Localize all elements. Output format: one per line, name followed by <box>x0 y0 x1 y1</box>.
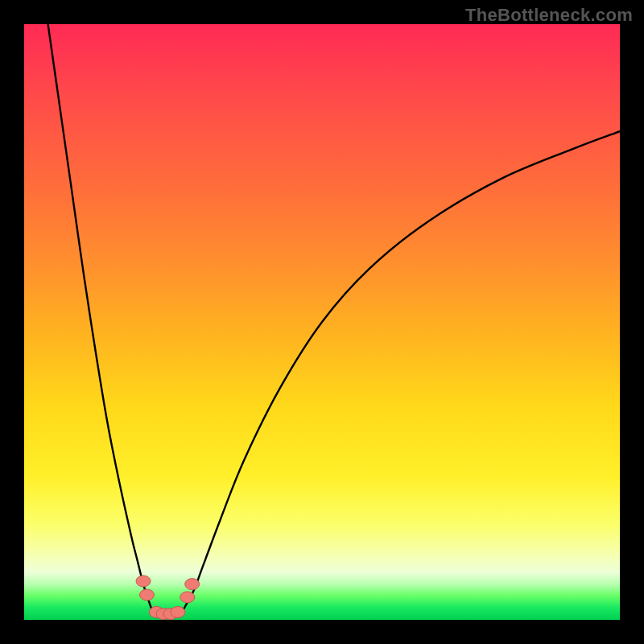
data-markers <box>136 576 200 620</box>
bottom-marker-4 <box>171 606 185 617</box>
chart-frame: TheBottleneck.com <box>0 0 644 644</box>
curve-left-branch <box>48 24 155 617</box>
plot-area <box>24 24 620 620</box>
left-marker-lower <box>139 589 154 601</box>
right-marker-lower <box>180 592 195 603</box>
curve-right-branch <box>179 131 620 617</box>
watermark-text: TheBottleneck.com <box>465 5 633 26</box>
left-marker-upper <box>136 576 151 587</box>
right-marker-upper <box>185 579 200 590</box>
curve-layer <box>24 24 620 620</box>
